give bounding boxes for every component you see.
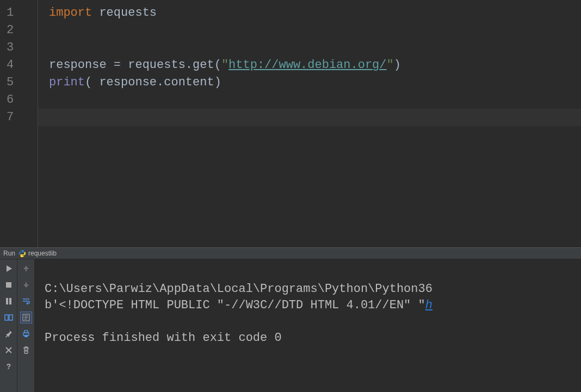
console-line: Process finished with exit code 0 [45, 331, 282, 345]
code-line [49, 39, 581, 57]
code-line: print( response.content) [49, 74, 581, 91]
down-arrow-button[interactable] [20, 279, 32, 291]
svg-rect-3 [5, 315, 8, 320]
print-button[interactable] [20, 328, 32, 340]
run-toolbar-secondary [17, 259, 35, 392]
line-number: 2 [7, 22, 38, 39]
python-icon [18, 250, 26, 257]
console-output[interactable]: C:\Users\Parwiz\AppData\Local\Programs\P… [35, 259, 581, 392]
rerun-button[interactable] [3, 263, 15, 275]
line-number: 4 [7, 57, 38, 74]
paren: ( [85, 76, 99, 89]
string-quote: " [221, 58, 228, 72]
layout-button[interactable] [3, 312, 15, 323]
line-number: 5 [7, 74, 38, 91]
identifier: response.content) [99, 76, 221, 89]
trash-button[interactable] [20, 344, 32, 356]
svg-rect-8 [24, 331, 28, 333]
line-number: 3 [7, 39, 38, 57]
console-area: ? C:\Users\Parwiz\AppData\Local\Programs… [0, 259, 581, 392]
line-number-gutter: 1 2 3 4 5 6 7 [0, 0, 38, 247]
line-number: 1 [7, 4, 38, 22]
line-number: 7 [7, 109, 38, 126]
code-editor[interactable]: import requests response = requests.get(… [38, 0, 581, 247]
console-line: b'<!DOCTYPE HTML PUBLIC "-//W3C//DTD HTM… [45, 298, 425, 312]
svg-rect-2 [9, 298, 11, 304]
identifier: response [49, 58, 114, 72]
console-link[interactable]: h [425, 298, 432, 312]
soft-wrap-button[interactable] [20, 295, 32, 307]
keyword: import [49, 6, 92, 20]
scroll-to-end-button[interactable] [20, 312, 32, 323]
line-number: 6 [7, 91, 38, 109]
code-line: response = requests.get("http://www.debi… [49, 57, 581, 74]
paren: ) [394, 58, 401, 72]
stop-button[interactable] [3, 279, 15, 291]
builtin: print [49, 76, 85, 89]
editor-area: 1 2 3 4 5 6 7 import requests response =… [0, 0, 581, 247]
run-tool-window-header[interactable]: Run requestlib [0, 247, 581, 259]
pause-button[interactable] [3, 295, 15, 307]
call: requests.get( [121, 58, 221, 72]
close-button[interactable] [3, 344, 15, 356]
code-line [49, 22, 581, 39]
run-label: Run [3, 250, 15, 257]
string-quote: " [387, 58, 394, 72]
console-line: C:\Users\Parwiz\AppData\Local\Programs\P… [45, 282, 432, 296]
svg-rect-1 [6, 298, 8, 304]
run-toolbar-left: ? [0, 259, 17, 392]
string-url: http://www.debian.org/ [228, 58, 386, 72]
up-arrow-button[interactable] [20, 263, 32, 275]
pin-button[interactable] [3, 328, 15, 340]
run-config-name: requestlib [28, 250, 57, 257]
code-line [49, 91, 581, 109]
svg-rect-4 [9, 315, 13, 320]
svg-rect-0 [6, 282, 11, 288]
operator: = [114, 58, 121, 72]
svg-rect-9 [24, 335, 28, 337]
svg-text:?: ? [6, 363, 10, 371]
help-button[interactable]: ? [3, 360, 15, 372]
code-line-current [38, 109, 581, 126]
code-line: import requests [49, 4, 581, 22]
identifier: requests [92, 6, 157, 20]
